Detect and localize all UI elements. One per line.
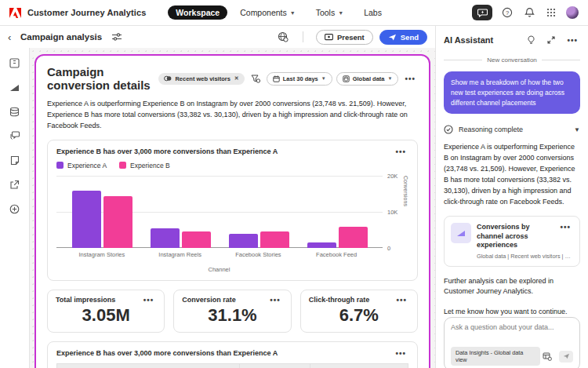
nav-right: ? bbox=[472, 5, 579, 20]
column-header-purchases[interactable]: Purchases ▼ bbox=[239, 363, 310, 368]
project-title: Campaign analysis bbox=[20, 32, 102, 42]
y-tick-label: 20K bbox=[387, 172, 397, 179]
chart-more-menu[interactable]: ••• bbox=[393, 148, 408, 156]
ai-assistant-toggle-button[interactable] bbox=[472, 5, 492, 20]
assistant-followup-text: Further analysis can be explored in Cust… bbox=[444, 276, 580, 297]
assistant-input-box: Data Insights - Global data view bbox=[444, 317, 580, 368]
data-view-settings-icon[interactable] bbox=[540, 349, 554, 363]
user-message-bubble: Show me a breakdown of how the two new t… bbox=[444, 71, 580, 114]
column-header-pct-total[interactable]: % of total purchases bbox=[310, 363, 408, 368]
chevron-down-icon: ▼ bbox=[388, 76, 393, 81]
share-settings-globe-icon[interactable] bbox=[276, 30, 290, 44]
divider bbox=[303, 31, 303, 42]
nav-item-workspace[interactable]: Workspace bbox=[168, 5, 227, 20]
assistant-more-menu[interactable]: ••• bbox=[564, 36, 580, 45]
chevron-down-icon[interactable]: ▼ bbox=[574, 126, 580, 133]
metric-value: 3.05M bbox=[56, 305, 156, 326]
table-more-menu[interactable]: ••• bbox=[393, 349, 408, 358]
panel-summary-text: Experience A is outperforming Experience… bbox=[47, 99, 416, 132]
nav-item-labs[interactable]: Labs bbox=[356, 5, 390, 20]
chart-title: Experience B has over 3,000 more convers… bbox=[56, 148, 278, 155]
user-avatar[interactable] bbox=[566, 6, 579, 19]
send-button[interactable]: Send bbox=[379, 30, 427, 45]
metric-more-menu[interactable]: ••• bbox=[141, 296, 157, 304]
metric-card-impressions: Total impressions ••• 3.05M bbox=[47, 290, 165, 333]
nav-items: Workspace Components▼ Tools▼ Labs bbox=[168, 5, 390, 20]
insight-card[interactable]: Conversions by channel across experience… bbox=[444, 216, 580, 267]
reasoning-status-label: Reasoning complete bbox=[459, 126, 523, 133]
chevron-down-icon: ▼ bbox=[321, 76, 326, 81]
components-data-icon[interactable] bbox=[8, 104, 22, 118]
legend-item-experience-a[interactable]: Experience A bbox=[56, 162, 107, 169]
nav-item-components[interactable]: Components▼ bbox=[232, 5, 303, 20]
notifications-bell-icon[interactable] bbox=[522, 5, 536, 20]
data-context-chip[interactable]: Data Insights - Global data view bbox=[451, 347, 540, 366]
date-range-select[interactable]: Last 30 days ▼ bbox=[267, 72, 332, 86]
metric-more-menu[interactable]: ••• bbox=[267, 296, 283, 304]
back-chevron-icon[interactable]: ‹ bbox=[8, 31, 20, 43]
submit-question-button[interactable] bbox=[559, 351, 573, 363]
bar-experience-a[interactable] bbox=[307, 242, 336, 248]
expand-icon[interactable] bbox=[544, 33, 558, 47]
legend-swatch-a bbox=[56, 162, 64, 169]
metric-card-conversion-rate: Conversion rate ••• 31.1% bbox=[173, 290, 291, 333]
insight-card-title: Conversions by channel across experience… bbox=[477, 223, 557, 250]
assistant-question-input[interactable] bbox=[451, 323, 573, 341]
ai-assistant-panel: AI Assistant ••• New conversation Show m… bbox=[435, 26, 588, 368]
column-header-product[interactable]: Product bbox=[57, 363, 240, 368]
legend-item-experience-b[interactable]: Experience B bbox=[119, 162, 170, 169]
bar-plot bbox=[56, 176, 383, 248]
left-rail bbox=[0, 48, 30, 368]
bar-experience-b[interactable] bbox=[182, 231, 211, 248]
panels-icon[interactable] bbox=[8, 56, 22, 70]
x-tick-label: Facebook Stories bbox=[223, 251, 293, 258]
segment-chip[interactable]: Recent web visitors ✕ bbox=[158, 73, 244, 85]
chevron-down-icon: ▼ bbox=[338, 10, 343, 16]
data-view-icon bbox=[343, 75, 350, 82]
remove-segment-icon[interactable]: ✕ bbox=[234, 75, 239, 82]
notes-icon[interactable] bbox=[8, 153, 22, 167]
x-axis-labels: Instagram StoriesInstagram ReelsFacebook… bbox=[56, 251, 382, 258]
metric-value: 31.1% bbox=[182, 305, 282, 326]
bar-group bbox=[151, 176, 211, 248]
data-view-select[interactable]: Global data ▼ bbox=[336, 72, 399, 86]
assistant-title: AI Assistant bbox=[444, 35, 493, 45]
chevron-down-icon: ▼ bbox=[290, 10, 296, 16]
svg-text:?: ? bbox=[506, 9, 509, 16]
panel-title: Campaign conversion details bbox=[47, 65, 158, 92]
bar-group bbox=[307, 176, 368, 248]
suggestions-bulb-icon[interactable] bbox=[524, 33, 538, 47]
visualizations-icon[interactable] bbox=[8, 80, 22, 94]
view-settings-icon[interactable] bbox=[110, 30, 124, 44]
bar-experience-a[interactable] bbox=[72, 191, 101, 248]
metric-more-menu[interactable]: ••• bbox=[394, 296, 409, 304]
share-export-icon[interactable] bbox=[8, 177, 22, 191]
chart-legend: Experience A Experience B bbox=[56, 162, 408, 169]
y-axis-title: Conversions bbox=[403, 176, 408, 248]
annotations-icon[interactable] bbox=[8, 129, 22, 143]
metric-card-click-through-rate: Click-through rate ••• 6.7% bbox=[300, 290, 418, 333]
panel-more-menu[interactable]: ••• bbox=[402, 75, 418, 83]
metric-value: 6.7% bbox=[309, 305, 409, 326]
bar-experience-a[interactable] bbox=[229, 234, 258, 248]
add-panel-icon[interactable] bbox=[8, 202, 22, 216]
bar-experience-b[interactable] bbox=[339, 227, 368, 248]
filter-icon[interactable] bbox=[249, 71, 263, 86]
bar-experience-b[interactable] bbox=[103, 196, 132, 248]
present-button[interactable]: Present bbox=[316, 30, 373, 45]
metric-label: Conversion rate bbox=[182, 296, 236, 304]
assistant-response-text: Experience A is outperforming Experience… bbox=[444, 142, 580, 208]
check-circle-icon bbox=[444, 125, 453, 134]
insight-card-more-menu[interactable]: ••• bbox=[557, 223, 573, 250]
app-switcher-grid-icon[interactable] bbox=[544, 5, 558, 20]
freeform-table-card: Experience B has over 3,000 more convers… bbox=[47, 341, 418, 368]
assistant-followup-text-2: Let me know how you want to continue. bbox=[444, 307, 580, 318]
reasoning-status-row[interactable]: Reasoning complete ▼ bbox=[444, 125, 580, 134]
bar-experience-b[interactable] bbox=[260, 231, 289, 248]
help-icon[interactable]: ? bbox=[500, 5, 514, 20]
brand: Customer Journey Analytics bbox=[9, 8, 146, 18]
ai-generated-panel: Campaign conversion details Recent web v… bbox=[34, 54, 430, 368]
nav-item-tools[interactable]: Tools▼ bbox=[308, 5, 351, 20]
adobe-logo-icon[interactable] bbox=[9, 8, 21, 18]
bar-experience-a[interactable] bbox=[151, 228, 180, 248]
